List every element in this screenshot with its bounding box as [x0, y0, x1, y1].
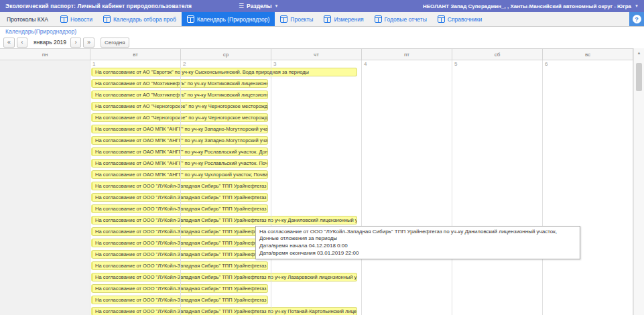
- breadcrumb: Календарь(Природнадзор): [0, 27, 644, 36]
- menu-icon: ☰: [239, 3, 244, 9]
- day-number: 6: [545, 61, 548, 67]
- app-window: Экологический паспорт: Личный кабинет пр…: [0, 0, 644, 315]
- sections-menu[interactable]: ☰ Разделы ▼: [239, 0, 278, 12]
- prev-month-button[interactable]: ‹: [17, 38, 27, 48]
- weekday-cell: сб: [452, 49, 543, 60]
- month-label: январь 2019: [34, 39, 66, 46]
- day-number: 2: [183, 61, 186, 67]
- last-month-button[interactable]: »: [83, 38, 94, 48]
- day-number: 1: [92, 61, 95, 67]
- tab-item[interactable]: Справочники: [432, 12, 488, 26]
- tab-protocols-kha[interactable]: Протоколы КХА: [0, 12, 55, 26]
- user-menu[interactable]: НЕОЛАНТ Запад Суперадмин_, , Ханты-Манси…: [423, 3, 639, 9]
- tabbar: Протоколы КХА НовостиКалендарь отбора пр…: [0, 12, 644, 27]
- tab-label: Новости: [70, 16, 92, 23]
- app-title: Экологический паспорт: Личный кабинет пр…: [5, 3, 192, 9]
- grid-icon: [60, 15, 68, 23]
- scroll-up-icon[interactable]: ▲: [634, 48, 644, 58]
- day-cell[interactable]: [181, 60, 271, 315]
- grid-icon: [324, 15, 331, 23]
- user-menu-label: НЕОЛАНТ Запад Суперадмин_, , Ханты-Манси…: [423, 3, 631, 9]
- event-tooltip: На согласование от ООО "ЛУКойл-Западная …: [255, 226, 580, 259]
- weekday-cell: чт: [271, 49, 362, 60]
- sections-menu-label: Разделы: [247, 3, 271, 9]
- day-cell[interactable]: [0, 60, 90, 315]
- grid-icon: [187, 15, 194, 23]
- day-number: 4: [364, 61, 367, 67]
- tab-label: Календарь (Природнадзор): [197, 16, 269, 23]
- grid-icon: [375, 15, 382, 23]
- tab-item[interactable]: Измерения: [318, 12, 369, 26]
- day-cell[interactable]: [362, 60, 452, 315]
- breadcrumb-link[interactable]: Календарь(Природнадзор): [5, 28, 76, 35]
- weekday-header: пнвтсрчтптсбвс: [0, 48, 633, 60]
- calendar-grid: На согласование от АО "Евротэк" по уч-ку…: [0, 60, 633, 315]
- chevron-down-icon: ▼: [635, 4, 639, 8]
- first-month-button[interactable]: «: [3, 38, 15, 48]
- tooltip-end: Дата/время окончания 03.01.2019 22:00: [259, 250, 576, 257]
- weekday-cell: вт: [90, 49, 181, 60]
- tab-item[interactable]: Календарь отбора проб: [98, 12, 182, 26]
- weekday-cell: ср: [181, 49, 271, 60]
- tab-label: Годовые отчеты: [385, 16, 427, 23]
- question-icon: ?: [633, 15, 641, 23]
- weekday-cell: вс: [543, 49, 633, 60]
- scrollbar-thumb[interactable]: [636, 63, 642, 91]
- tab-item[interactable]: Календарь (Природнадзор): [182, 12, 275, 26]
- tab-label: Справочники: [448, 16, 482, 23]
- day-cell[interactable]: [271, 60, 362, 315]
- tooltip-start: Дата/время начала 04.12.2018 0:00: [259, 243, 576, 249]
- tab-label: Измерения: [334, 16, 363, 23]
- tab-label: Календарь отбора проб: [113, 16, 176, 23]
- top-bar: Экологический паспорт: Личный кабинет пр…: [0, 0, 644, 12]
- day-number: 5: [454, 61, 457, 67]
- vertical-scrollbar[interactable]: ▲: [633, 48, 644, 315]
- grid-icon: [280, 15, 287, 23]
- tab-item[interactable]: Проекты: [275, 12, 318, 26]
- calendar-toolbar: « ‹ январь 2019 › » Сегодня: [0, 36, 644, 49]
- day-number: 3: [273, 61, 276, 67]
- tabs-container: НовостиКалендарь отбора пробКалендарь (П…: [55, 12, 487, 26]
- tooltip-title: На согласование от ООО "ЛУКойл-Западная …: [259, 229, 576, 242]
- day-cell[interactable]: [90, 60, 181, 315]
- today-button[interactable]: Сегодня: [101, 38, 129, 48]
- grid-icon: [438, 15, 445, 23]
- tab-item[interactable]: Новости: [55, 12, 98, 26]
- weekday-cell: пн: [0, 49, 90, 60]
- next-month-button[interactable]: ›: [70, 38, 81, 48]
- tab-label: Проекты: [290, 16, 313, 23]
- day-cell[interactable]: [543, 60, 633, 315]
- help-button[interactable]: ?: [629, 12, 644, 26]
- grid-icon: [103, 15, 111, 23]
- day-cell[interactable]: [452, 60, 543, 315]
- weekday-cell: пт: [362, 49, 452, 60]
- chevron-down-icon: ▼: [274, 4, 278, 8]
- tab-item[interactable]: Годовые отчеты: [369, 12, 432, 26]
